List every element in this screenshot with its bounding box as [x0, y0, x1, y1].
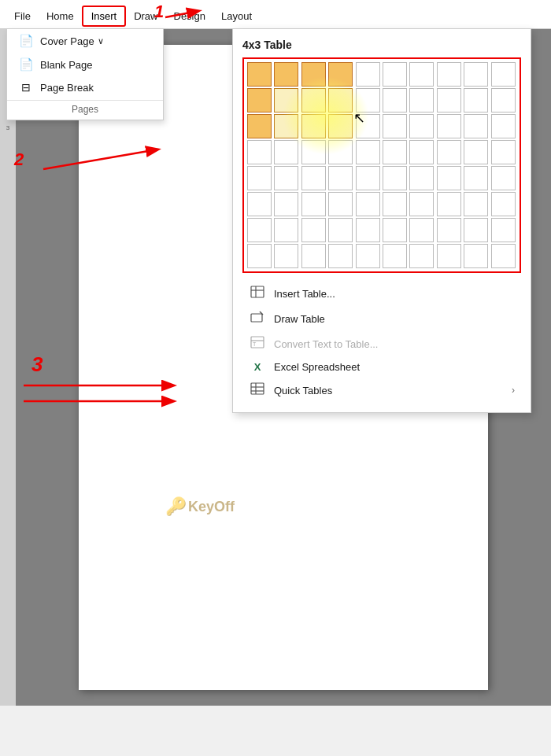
- grid-cell[interactable]: [328, 218, 353, 242]
- grid-cell[interactable]: [301, 244, 326, 268]
- grid-cell[interactable]: [301, 218, 326, 242]
- grid-cell[interactable]: [328, 62, 353, 87]
- grid-cell[interactable]: [383, 192, 407, 216]
- grid-cell[interactable]: [247, 244, 272, 268]
- menubar-file[interactable]: File: [6, 7, 39, 25]
- grid-cell[interactable]: [464, 192, 488, 216]
- pages-dropdown: 📄 Cover Page ∨ 📄 Blank Page ⊟ Page Break…: [6, 28, 164, 120]
- grid-cell[interactable]: [409, 62, 434, 87]
- grid-cell[interactable]: [383, 166, 407, 190]
- grid-cell[interactable]: [247, 166, 272, 190]
- grid-cell[interactable]: [383, 62, 407, 87]
- menubar-design[interactable]: Design: [166, 7, 213, 25]
- grid-cell[interactable]: [328, 166, 353, 190]
- svg-text:T: T: [253, 341, 257, 347]
- grid-cell[interactable]: [274, 244, 298, 268]
- grid-cell[interactable]: [491, 218, 516, 242]
- grid-cell[interactable]: [409, 114, 434, 138]
- grid-cell[interactable]: [437, 114, 461, 138]
- grid-cell[interactable]: [491, 62, 516, 87]
- grid-cell[interactable]: [409, 218, 434, 242]
- grid-cell[interactable]: [464, 166, 488, 190]
- grid-cell[interactable]: [383, 88, 407, 112]
- grid-cell[interactable]: [409, 166, 434, 190]
- cover-page-item[interactable]: 📄 Cover Page ∨: [7, 29, 163, 53]
- grid-cell[interactable]: [409, 192, 434, 216]
- blank-page-item[interactable]: 📄 Blank Page: [7, 53, 163, 76]
- menubar-draw[interactable]: Draw: [126, 7, 165, 25]
- convert-text-label: Convert Text to Table...: [274, 338, 378, 350]
- watermark: 🔑 KeyOff: [165, 496, 235, 517]
- grid-cell[interactable]: [328, 192, 353, 216]
- grid-cell[interactable]: [409, 140, 434, 164]
- grid-cell[interactable]: [301, 62, 326, 87]
- grid-cell[interactable]: [356, 166, 380, 190]
- grid-cell[interactable]: [464, 218, 488, 242]
- grid-cell[interactable]: [274, 114, 298, 138]
- grid-cell[interactable]: [247, 88, 272, 112]
- grid-cell[interactable]: [383, 218, 407, 242]
- grid-cell[interactable]: [437, 244, 461, 268]
- grid-cell[interactable]: [464, 244, 488, 268]
- grid-cell[interactable]: [491, 114, 516, 138]
- grid-cell[interactable]: [328, 244, 353, 268]
- grid-cell[interactable]: [356, 140, 380, 164]
- draw-table-item[interactable]: Draw Table: [242, 306, 521, 331]
- grid-cell[interactable]: [383, 244, 407, 268]
- grid-cell[interactable]: [491, 88, 516, 112]
- grid-cell[interactable]: [491, 140, 516, 164]
- grid-cell[interactable]: [409, 88, 434, 112]
- grid-cell[interactable]: [274, 88, 298, 112]
- grid-cell[interactable]: [301, 88, 326, 112]
- grid-cell[interactable]: [356, 114, 380, 138]
- grid-cell[interactable]: [437, 166, 461, 190]
- grid-cell[interactable]: [247, 140, 272, 164]
- grid-cell[interactable]: [464, 140, 488, 164]
- blank-page-icon: 📄: [18, 57, 34, 72]
- menubar-layout[interactable]: Layout: [213, 7, 260, 25]
- grid-cell[interactable]: [409, 244, 434, 268]
- grid-cell[interactable]: [437, 88, 461, 112]
- grid-cell[interactable]: [437, 140, 461, 164]
- grid-cell[interactable]: [274, 140, 298, 164]
- insert-table-label: Insert Table...: [274, 288, 335, 300]
- blank-page-label: Blank Page: [40, 59, 93, 71]
- grid-cell[interactable]: [437, 192, 461, 216]
- grid-cell[interactable]: [491, 244, 516, 268]
- grid-cell[interactable]: [491, 166, 516, 190]
- grid-cell[interactable]: [301, 114, 326, 138]
- grid-cell[interactable]: [356, 88, 380, 112]
- grid-cell[interactable]: [356, 218, 380, 242]
- grid-cell[interactable]: [328, 88, 353, 112]
- grid-cell[interactable]: [274, 166, 298, 190]
- insert-table-item[interactable]: Insert Table...: [242, 281, 521, 306]
- grid-cell[interactable]: [247, 114, 272, 138]
- grid-cell[interactable]: [356, 62, 380, 87]
- grid-cell[interactable]: [383, 114, 407, 138]
- grid-cell[interactable]: [328, 140, 353, 164]
- grid-cell[interactable]: [464, 62, 488, 87]
- grid-cell[interactable]: [274, 218, 298, 242]
- menubar-insert[interactable]: Insert: [82, 6, 127, 27]
- grid-cell[interactable]: [301, 140, 326, 164]
- grid-cell[interactable]: [247, 192, 272, 216]
- grid-cell[interactable]: [464, 114, 488, 138]
- grid-cell[interactable]: [274, 192, 298, 216]
- grid-cell[interactable]: [247, 218, 272, 242]
- quick-tables-item[interactable]: Quick Tables ›: [242, 378, 521, 403]
- excel-spreadsheet-item[interactable]: X Excel Spreadsheet: [242, 356, 521, 378]
- grid-cell[interactable]: [437, 218, 461, 242]
- grid-cell[interactable]: [274, 62, 298, 87]
- grid-cell[interactable]: [247, 62, 272, 87]
- grid-cell[interactable]: [356, 192, 380, 216]
- grid-cell[interactable]: [301, 166, 326, 190]
- grid-cell[interactable]: [328, 114, 353, 138]
- grid-cell[interactable]: [356, 244, 380, 268]
- grid-cell[interactable]: [491, 192, 516, 216]
- grid-cell[interactable]: [464, 88, 488, 112]
- grid-cell[interactable]: [437, 62, 461, 87]
- grid-cell[interactable]: [301, 192, 326, 216]
- grid-cell[interactable]: [383, 140, 407, 164]
- menubar-home[interactable]: Home: [39, 7, 82, 25]
- page-break-item[interactable]: ⊟ Page Break: [7, 76, 163, 98]
